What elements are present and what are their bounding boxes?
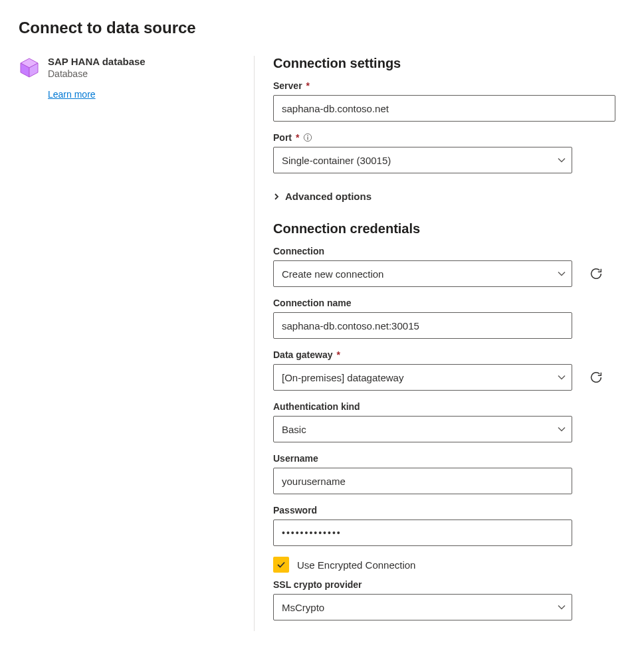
port-dropdown[interactable]: Single-container (30015) [273,147,572,173]
ssl-provider-dropdown[interactable]: MsCrypto [273,594,572,620]
refresh-gateway-button[interactable] [587,368,605,387]
svg-rect-5 [308,137,308,140]
connection-label: Connection [273,246,324,256]
username-label: Username [273,453,318,464]
connection-settings-heading: Connection settings [273,56,623,71]
server-input[interactable] [273,95,615,122]
page-title: Connect to data source [19,19,625,37]
chevron-down-icon [558,270,566,278]
chevron-right-icon [273,191,280,202]
advanced-options-label: Advanced options [285,191,372,202]
required-asterisk: * [296,132,299,143]
auth-kind-label: Authentication kind [273,401,360,412]
password-value: ••••••••••••• [282,527,342,538]
main-form: Connection settings Server * Port * Sing… [255,56,625,631]
connection-value: Create new connection [282,268,383,280]
ssl-provider-value: MsCrypto [282,602,324,613]
gateway-label: Data gateway [273,349,332,360]
gateway-dropdown[interactable]: [On-premises] datagateway [273,364,572,391]
port-value: Single-container (30015) [282,155,391,166]
connection-name-input[interactable] [273,312,572,339]
source-sidebar: SAP HANA database Database Learn more [19,56,255,631]
refresh-connection-button[interactable] [587,264,605,283]
chevron-down-icon [558,373,566,381]
username-input[interactable] [273,468,572,494]
encrypted-connection-checkbox[interactable] [273,557,289,573]
database-cube-icon [19,57,40,78]
svg-point-4 [308,136,309,137]
connection-credentials-heading: Connection credentials [273,221,623,236]
source-name: SAP HANA database [48,56,146,67]
connection-dropdown[interactable]: Create new connection [273,260,572,287]
chevron-down-icon [558,603,566,611]
chevron-down-icon [558,156,566,164]
ssl-provider-label: SSL crypto provider [273,579,362,590]
gateway-value: [On-premises] datagateway [282,372,403,383]
required-asterisk: * [336,349,340,360]
info-icon[interactable] [303,133,312,142]
learn-more-link[interactable]: Learn more [48,89,96,100]
source-type: Database [48,68,146,79]
connection-name-label: Connection name [273,298,351,308]
encrypted-connection-label: Use Encrypted Connection [297,559,415,571]
port-label: Port [273,132,292,143]
password-label: Password [273,505,317,516]
required-asterisk: * [306,80,310,91]
auth-kind-dropdown[interactable]: Basic [273,416,572,442]
auth-kind-value: Basic [282,424,306,435]
password-input[interactable]: ••••••••••••• [273,519,572,546]
advanced-options-toggle[interactable]: Advanced options [273,191,372,202]
server-label: Server [273,80,302,91]
chevron-down-icon [558,425,566,433]
